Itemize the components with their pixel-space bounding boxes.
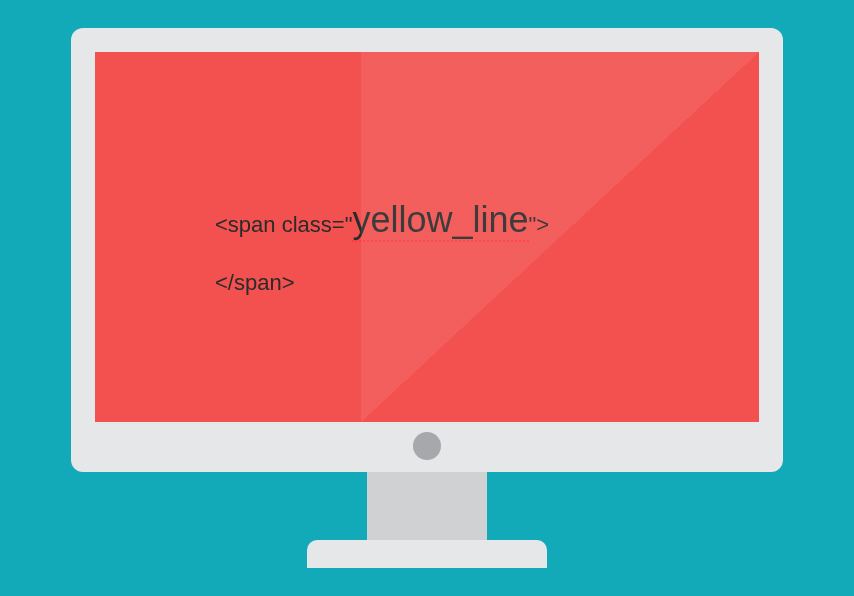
monitor-screen: <span class="yellow_line"> </span> (95, 52, 759, 422)
code-line-1: <span class="yellow_line"> (215, 202, 549, 238)
monitor-stand-base (307, 540, 547, 568)
code-block: <span class="yellow_line"> </span> (215, 202, 549, 296)
power-button-icon (413, 432, 441, 460)
monitor-stand-neck (367, 472, 487, 540)
code-span-open-suffix: "> (529, 212, 550, 237)
code-line-2: </span> (215, 270, 549, 296)
monitor-bezel: <span class="yellow_line"> </span> (71, 28, 783, 472)
monitor-illustration: <span class="yellow_line"> </span> (71, 28, 783, 568)
code-span-open-prefix: <span class=" (215, 212, 352, 237)
code-classname: yellow_line (352, 199, 528, 242)
